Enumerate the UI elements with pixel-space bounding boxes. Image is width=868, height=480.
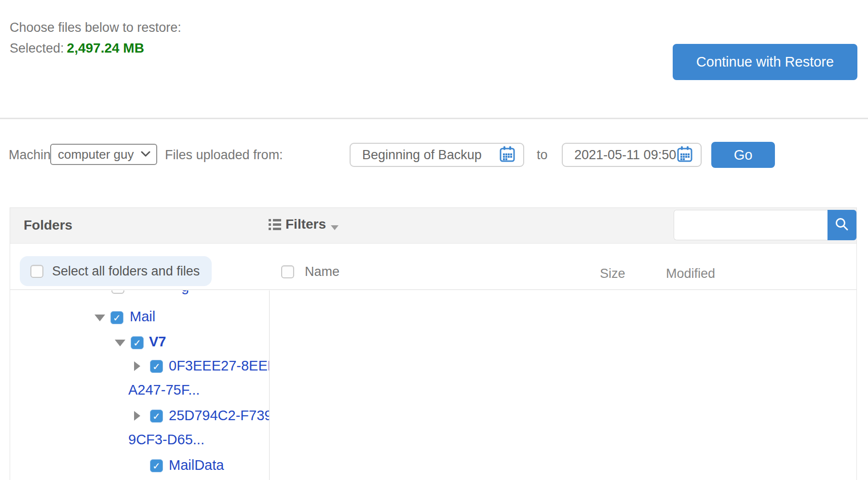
folder-tree: g ✓ Mail ✓ V7 ✓ 0F3EEE27-8EED- A247-75F.… <box>10 290 270 480</box>
tree-checkbox[interactable]: ✓ <box>110 311 123 324</box>
tree-item-label[interactable]: Mail <box>130 309 155 325</box>
filters-list-icon <box>269 219 281 230</box>
select-all-pill[interactable]: Select all folders and files <box>20 256 212 286</box>
selected-size-row: Selected:2,497.24 MB <box>10 41 144 56</box>
tree-item-label[interactable]: g <box>181 290 189 295</box>
caret-down-icon <box>331 225 339 230</box>
choose-files-text: Choose files below to restore: <box>10 20 181 35</box>
to-label: to <box>537 148 548 163</box>
name-column-label: Name <box>305 264 339 279</box>
tree-checkbox[interactable] <box>111 290 124 294</box>
date-to-picker[interactable]: 2021-05-11 09:50 <box>562 143 702 167</box>
modified-column-label: Modified <box>666 266 715 281</box>
date-from-value: Beginning of Backup <box>362 148 482 163</box>
tree-item-label-wrap[interactable]: A247-75F... <box>128 382 200 398</box>
files-uploaded-from-label: Files uploaded from: <box>165 148 283 163</box>
select-all-checkbox[interactable] <box>30 265 43 278</box>
horizontal-divider <box>0 118 868 119</box>
tree-item-label[interactable]: V7 <box>149 334 166 350</box>
date-from-picker[interactable]: Beginning of Backup <box>350 143 524 167</box>
folders-title: Folders <box>24 218 72 233</box>
panel-header-bar: Folders Filters <box>10 208 856 244</box>
tree-checkbox[interactable]: ✓ <box>150 410 163 423</box>
filters-dropdown[interactable]: Filters <box>269 217 339 232</box>
tree-item-label[interactable]: 25D794C2-F739 <box>169 408 270 424</box>
tree-item-label-wrap[interactable]: 9CF3-D65... <box>128 432 204 448</box>
expand-arrow-icon[interactable] <box>134 361 140 371</box>
machine-select[interactable]: computer guy <box>50 144 157 165</box>
search-box <box>674 210 856 240</box>
tree-item-label[interactable]: 0F3EEE27-8EED- <box>169 358 270 374</box>
tree-checkbox[interactable]: ✓ <box>150 360 163 373</box>
tree-item-label[interactable]: MailData <box>169 457 224 473</box>
select-all-label: Select all folders and files <box>52 264 200 279</box>
restore-browser-panel: Folders Filters <box>10 207 857 480</box>
selected-size-value: 2,497.24 MB <box>67 41 144 55</box>
go-button[interactable]: Go <box>711 142 775 168</box>
expand-arrow-icon[interactable] <box>134 411 140 421</box>
collapse-arrow-icon[interactable] <box>115 340 125 346</box>
collapse-arrow-icon[interactable] <box>95 315 105 321</box>
tree-checkbox[interactable]: ✓ <box>131 336 144 349</box>
tree-checkbox[interactable]: ✓ <box>150 459 163 472</box>
filters-label: Filters <box>285 217 326 232</box>
search-button[interactable] <box>827 210 856 240</box>
calendar-icon[interactable] <box>677 145 693 165</box>
selected-label: Selected: <box>10 41 64 55</box>
size-column-label: Size <box>600 266 625 281</box>
file-list-area <box>270 290 856 480</box>
continue-with-restore-button[interactable]: Continue with Restore <box>673 44 857 80</box>
calendar-icon[interactable] <box>499 145 515 165</box>
panel-content: g ✓ Mail ✓ V7 ✓ 0F3EEE27-8EED- A247-75F.… <box>10 290 856 480</box>
column-header-row: Select all folders and files Name Size M… <box>10 244 856 290</box>
date-to-value: 2021-05-11 09:50 <box>574 148 676 163</box>
search-icon <box>834 217 850 233</box>
name-header-checkbox[interactable] <box>281 265 294 278</box>
chevron-down-icon <box>141 150 150 159</box>
name-column-header: Name <box>281 264 339 279</box>
machine-select-value: computer guy <box>58 147 141 162</box>
search-input[interactable] <box>674 210 827 240</box>
